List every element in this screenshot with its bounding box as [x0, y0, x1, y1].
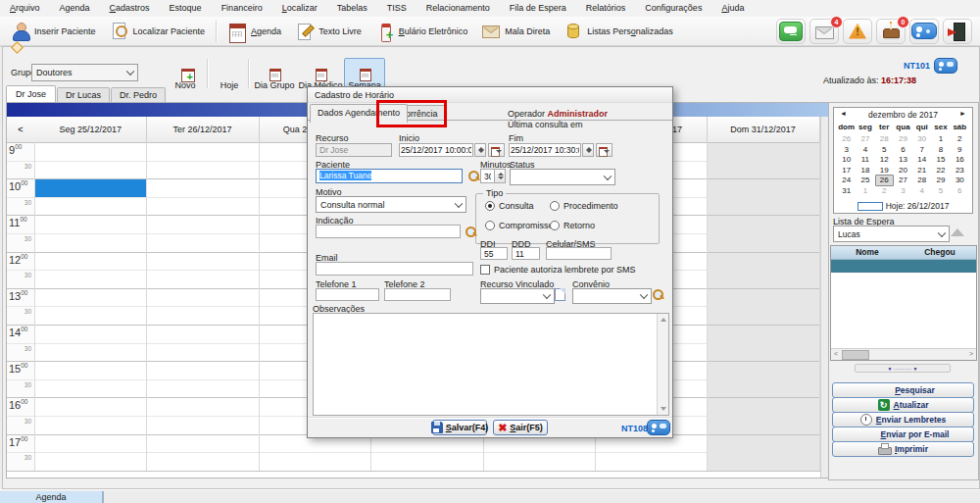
fim-field[interactable] [509, 143, 581, 157]
radio-retorno[interactable]: Retorno [550, 221, 595, 230]
fim-datepicker-icon[interactable] [596, 143, 612, 157]
ddi-field[interactable] [480, 247, 508, 260]
ddd-field[interactable] [512, 247, 540, 260]
telefone2-field[interactable] [384, 288, 451, 301]
new-document-icon[interactable] [555, 288, 565, 301]
status-button-birthday-cake-icon[interactable]: 0 [876, 19, 906, 44]
floppy-icon [431, 422, 443, 433]
collapse-panel-icon[interactable] [951, 228, 964, 236]
menu-agenda[interactable]: Agenda [50, 0, 100, 17]
calendar-day[interactable]: 5 [931, 185, 950, 197]
menu-cadastros[interactable]: Cadastros [100, 0, 160, 17]
calendar-today-footer[interactable]: Hoje: 26/12/2017 [834, 201, 972, 211]
time-label-hour: 1000 [9, 179, 27, 192]
menu-estoque[interactable]: Estoque [160, 0, 212, 17]
calendar-day[interactable]: 6 [951, 185, 969, 197]
telefone1-field[interactable] [316, 288, 379, 301]
status-button-exit-icon[interactable] [943, 19, 972, 44]
menu-arquivo[interactable]: Arquivo [0, 0, 50, 17]
inicio-field[interactable] [399, 143, 473, 157]
radio-procedimento[interactable]: Procedimento [550, 201, 618, 211]
radio-consulta[interactable]: Consulta [485, 201, 534, 211]
menu-configuracoes[interactable]: Configurações [635, 0, 711, 17]
toolbar-listas-personalizadas[interactable]: Listas Personalizadas [557, 18, 680, 45]
tab-dados-agendamento[interactable]: Dados Agendamento [310, 104, 408, 123]
status-tab-agenda[interactable]: Agenda [0, 491, 104, 503]
scroll-left-icon[interactable]: < [831, 349, 841, 359]
scrollbar-thumb[interactable] [842, 350, 869, 360]
save-button[interactable]: Salvar(F4) [432, 420, 487, 435]
celular-field[interactable] [546, 247, 612, 260]
toolbar-mala-direta[interactable]: Mala Direta [474, 18, 557, 45]
new-button[interactable]: Novo [165, 58, 206, 93]
fim-spinner[interactable] [582, 143, 594, 157]
medicine-icon [375, 22, 395, 41]
group-select[interactable]: Doutores [31, 64, 138, 81]
convenio-select[interactable] [572, 288, 652, 304]
side-button-enviar-lembretes[interactable]: Enviar Lembretes [832, 412, 974, 428]
paciente-search-icon[interactable] [467, 170, 480, 182]
time-label-half: 30 [24, 235, 31, 242]
side-button-pesquisar[interactable]: Pesquisar [832, 382, 974, 398]
toolbar-agenda[interactable]: Agenda [220, 18, 288, 45]
doctor-tab-dr-pedro[interactable]: Dr. Pedro [111, 87, 166, 102]
online-users-icon[interactable] [934, 58, 957, 74]
minutos-spinner[interactable] [494, 169, 506, 183]
time-label-hour: 1400 [9, 326, 27, 338]
prev-week-icon[interactable]: < [7, 117, 34, 142]
menu-fila-de-espera[interactable]: Fila de Espera [500, 0, 576, 17]
waiting-list-selected-row[interactable] [831, 260, 976, 273]
status-button-alert-icon[interactable] [843, 19, 872, 44]
toolbar-localizar-paciente[interactable]: Localizar Paciente [103, 18, 213, 45]
email-field[interactable] [316, 262, 473, 276]
status-button-contacts-icon[interactable] [909, 19, 939, 44]
calendar-day[interactable]: 31 [837, 185, 856, 197]
side-button-imprimir[interactable]: Imprimir [832, 441, 974, 457]
doctor-tab-dr-jose[interactable]: Dr Jose [6, 85, 56, 102]
online-users-icon[interactable] [647, 420, 670, 435]
calendar-day[interactable]: 1 [856, 185, 874, 197]
menu-tiss[interactable]: TISS [377, 0, 416, 17]
doctor-tab-dr-lucas[interactable]: Dr Lucas [57, 87, 110, 102]
status-button-chat-icon[interactable] [776, 19, 806, 44]
status-select[interactable] [510, 169, 615, 185]
sms-optin-checkbox[interactable]: Paciente autoriza lembrete por SMS [480, 265, 636, 275]
toolbar-texto-livre[interactable]: Texto Livre [288, 18, 368, 45]
side-button-enviar-por-e-mail[interactable]: Enviar por E-mail [832, 427, 974, 442]
menu-localizar[interactable]: Localizar [272, 0, 327, 17]
menu-ajuda[interactable]: Ajuda [711, 0, 754, 17]
day-group-button[interactable]: Dia Grupo [252, 58, 297, 93]
paciente-field[interactable]: Larissa Tuane [316, 169, 463, 183]
radio-compromisso[interactable]: Compromisso [485, 221, 554, 230]
exit-button[interactable]: ✖Sair(F5) [493, 420, 548, 435]
recurso-vinculado-select[interactable] [480, 288, 555, 304]
calendar-day[interactable]: 3 [894, 185, 912, 197]
toolbar-bulario-eletronico[interactable]: Bulário Eletrônico [368, 18, 475, 45]
menu-financeiro[interactable]: Financeiro [212, 0, 272, 17]
menu-tabelas[interactable]: Tabelas [327, 0, 377, 17]
vertical-scrollbar[interactable] [657, 314, 668, 415]
toolbar-inserir-paciente[interactable]: Inserir Paciente [4, 18, 103, 45]
menu-relatorios[interactable]: Relatórios [576, 0, 636, 17]
convenio-search-icon[interactable] [652, 288, 664, 301]
inicio-datepicker-icon[interactable] [488, 143, 505, 157]
waiting-list-select[interactable]: Lucas [833, 226, 950, 242]
calendar-next-icon[interactable]: ► [959, 110, 966, 117]
scroll-right-icon[interactable]: > [966, 349, 976, 359]
appointment-block[interactable] [35, 179, 146, 197]
observacoes-textarea[interactable] [313, 313, 669, 416]
calendar-day[interactable]: 2 [875, 185, 894, 197]
indicacao-field[interactable] [316, 225, 461, 238]
toolbar-status-icons: 40 [776, 19, 980, 44]
horizontal-scrollbar[interactable]: < > [831, 348, 976, 360]
inicio-spinner[interactable] [474, 143, 486, 157]
side-button-atualizar[interactable]: Atualizar [832, 397, 974, 413]
menu-relacionamento[interactable]: Relacionamento [416, 0, 500, 17]
splitter-handle[interactable]: ▼ ··········· ▼ [855, 364, 951, 373]
status-button-mail-icon[interactable]: 4 [809, 19, 839, 44]
calendar-day[interactable]: 4 [912, 185, 931, 197]
today-button[interactable]: Hoje [211, 58, 248, 93]
minutos-field[interactable] [480, 169, 495, 183]
motivo-select[interactable]: Consulta normal [316, 196, 466, 213]
indicacao-search-icon[interactable] [465, 226, 477, 238]
